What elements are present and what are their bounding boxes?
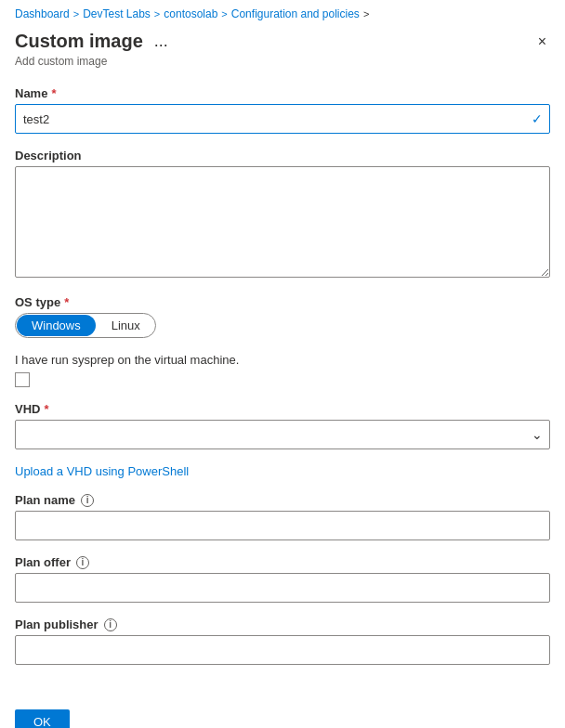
name-input[interactable] [15, 104, 550, 134]
os-type-label: OS type* [15, 295, 550, 309]
header-left: Custom image ... [15, 30, 172, 53]
name-input-wrapper: ✓ [15, 104, 550, 134]
sysprep-checkbox[interactable] [15, 372, 30, 387]
form-content: Name* ✓ Description OS type* Windows Lin… [0, 79, 565, 695]
vhd-required: * [44, 402, 48, 416]
panel-title: Custom image [15, 31, 143, 52]
form-footer: OK [0, 695, 565, 728]
plan-publisher-field-group: Plan publisher i [15, 618, 550, 665]
close-icon[interactable]: × [534, 31, 550, 53]
description-label: Description [15, 149, 550, 162]
panel-subtitle: Add custom image [0, 55, 565, 79]
breadcrumb-sep-4: > [363, 8, 369, 20]
os-type-toggle: Windows Linux [15, 313, 156, 338]
description-field-group: Description [15, 149, 550, 280]
plan-publisher-info-icon[interactable]: i [104, 618, 117, 631]
name-label: Name* [15, 86, 550, 100]
upload-vhd-link[interactable]: Upload a VHD using PowerShell [15, 464, 189, 478]
os-windows-button[interactable]: Windows [17, 315, 96, 336]
plan-offer-field-group: Plan offer i [15, 555, 550, 603]
name-required: * [51, 86, 56, 100]
plan-name-field-group: Plan name i [15, 493, 550, 540]
breadcrumb-item-dashboard[interactable]: Dashboard [15, 7, 70, 20]
vhd-select-wrapper: ⌄ [15, 420, 550, 449]
vhd-field-group: VHD* ⌄ [15, 402, 550, 449]
panel: Dashboard > DevTest Labs > contosolab > … [0, 0, 565, 728]
os-type-field-group: OS type* Windows Linux [15, 295, 550, 338]
vhd-select[interactable] [15, 420, 550, 449]
vhd-label: VHD* [15, 402, 550, 416]
name-checkmark-icon: ✓ [532, 111, 543, 126]
breadcrumb-item-devtestlabs[interactable]: DevTest Labs [83, 7, 151, 20]
os-linux-button[interactable]: Linux [97, 315, 155, 336]
plan-offer-label: Plan offer i [15, 555, 550, 569]
more-options-icon[interactable]: ... [151, 30, 172, 53]
breadcrumb-sep-2: > [154, 8, 160, 20]
description-input[interactable] [15, 166, 550, 278]
plan-offer-input[interactable] [15, 573, 550, 603]
plan-name-label: Plan name i [15, 493, 550, 507]
breadcrumb: Dashboard > DevTest Labs > contosolab > … [0, 0, 565, 26]
breadcrumb-item-contosolab[interactable]: contosolab [164, 7, 217, 20]
plan-name-info-icon[interactable]: i [81, 494, 94, 507]
plan-publisher-label: Plan publisher i [15, 618, 550, 631]
panel-header: Custom image ... × [0, 26, 565, 55]
plan-name-input[interactable] [15, 511, 550, 540]
plan-offer-info-icon[interactable]: i [76, 556, 89, 569]
name-field-group: Name* ✓ [15, 86, 550, 134]
breadcrumb-sep-1: > [73, 8, 79, 20]
ok-button[interactable]: OK [15, 709, 70, 728]
plan-publisher-input[interactable] [15, 635, 550, 665]
os-required: * [64, 295, 69, 309]
sysprep-checkbox-wrapper [15, 372, 550, 387]
breadcrumb-item-config: Configuration and policies [231, 7, 360, 20]
sysprep-field-group: I have run sysprep on the virtual machin… [15, 353, 550, 387]
sysprep-text: I have run sysprep on the virtual machin… [15, 353, 550, 367]
upload-link-group: Upload a VHD using PowerShell [15, 464, 550, 478]
breadcrumb-sep-3: > [221, 8, 227, 20]
